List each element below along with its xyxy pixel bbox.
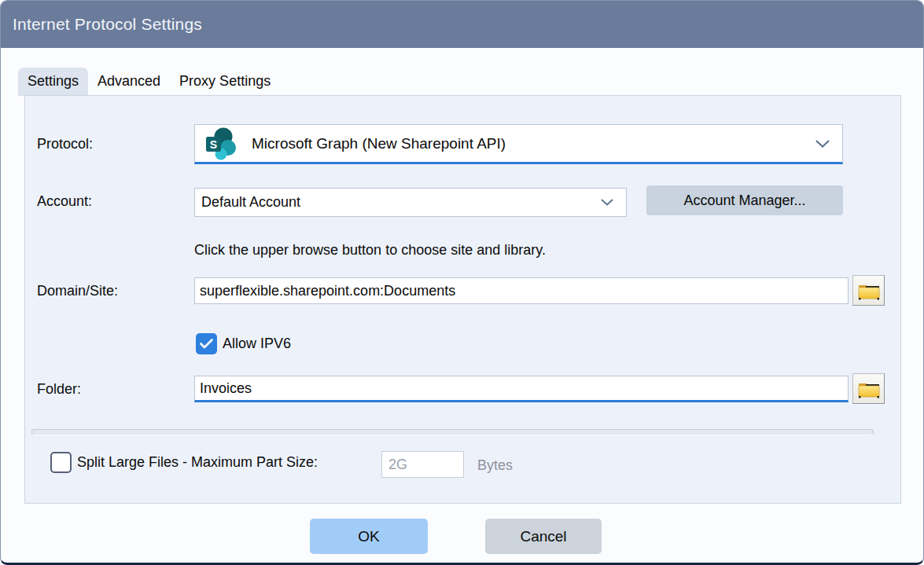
- tab-advanced[interactable]: Advanced: [88, 68, 170, 96]
- folder-input[interactable]: [194, 376, 849, 402]
- chevron-down-icon: [601, 199, 613, 206]
- allow-ipv6-checkbox-row[interactable]: Allow IPV6: [196, 333, 291, 354]
- account-value: Default Account: [201, 194, 601, 211]
- account-manager-button[interactable]: Account Manager...: [646, 185, 843, 215]
- internet-protocol-settings-dialog: Internet Protocol Settings Settings Adva…: [0, 0, 924, 565]
- settings-tab-panel: Protocol: S Microsoft Graph (New Sharepo…: [24, 95, 901, 504]
- section-divider: [31, 429, 874, 435]
- browse-folder-button[interactable]: [852, 373, 885, 404]
- dialog-title: Internet Protocol Settings: [13, 15, 202, 34]
- protocol-label: Protocol:: [37, 136, 93, 152]
- ok-button[interactable]: OK: [310, 519, 428, 554]
- max-part-size-input[interactable]: [381, 451, 464, 478]
- split-large-files-label: Split Large Files - Maximum Part Size:: [77, 454, 318, 471]
- svg-text:S: S: [210, 138, 217, 150]
- tab-proxy-settings[interactable]: Proxy Settings: [170, 68, 280, 96]
- cancel-button[interactable]: Cancel: [485, 519, 602, 554]
- protocol-value: Microsoft Graph (New Sharepoint API): [252, 135, 815, 152]
- checked-checkbox-icon[interactable]: [196, 333, 217, 354]
- title-bar: Internet Protocol Settings: [1, 1, 923, 48]
- chevron-down-icon: [815, 140, 830, 148]
- split-large-files-checkbox-row[interactable]: Split Large Files - Maximum Part Size:: [50, 452, 318, 473]
- protocol-dropdown[interactable]: S Microsoft Graph (New Sharepoint API): [194, 124, 843, 164]
- sharepoint-icon: S: [204, 127, 237, 160]
- domain-site-input[interactable]: [194, 277, 849, 304]
- tab-settings[interactable]: Settings: [18, 68, 88, 96]
- allow-ipv6-label: Allow IPV6: [223, 336, 291, 352]
- browse-hint-text: Click the upper browse button to choose …: [194, 242, 546, 259]
- domain-site-label: Domain/Site:: [37, 283, 118, 299]
- folder-label: Folder:: [37, 381, 81, 398]
- folder-icon: [857, 379, 881, 399]
- browse-site-button[interactable]: [852, 275, 885, 306]
- unchecked-checkbox-icon[interactable]: [50, 452, 72, 473]
- account-label: Account:: [37, 193, 92, 210]
- account-dropdown[interactable]: Default Account: [194, 188, 627, 217]
- bytes-unit-label: Bytes: [477, 457, 513, 474]
- tab-strip: Settings Advanced Proxy Settings: [1, 48, 923, 96]
- folder-icon: [857, 281, 881, 301]
